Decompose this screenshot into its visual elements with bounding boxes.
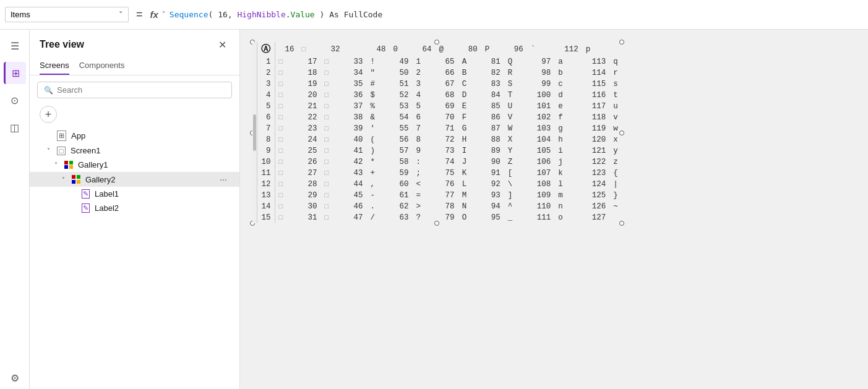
- table-cell-char: /: [367, 212, 390, 223]
- tree-item-label1[interactable]: ✎ Label1: [30, 187, 239, 201]
- table-cell-char: !: [367, 56, 390, 67]
- table-cell-num: 52: [390, 90, 413, 101]
- table-cell-char: L: [458, 179, 481, 190]
- table-cell-check: □: [275, 145, 298, 156]
- table-cell-num: 49: [390, 56, 413, 67]
- table-row: Ⓐ16□32 48064@80P96`112p: [257, 42, 622, 56]
- chevron-down-icon: ˅: [119, 10, 123, 19]
- tree-item-gallery1[interactable]: ˅ Gallery1: [30, 158, 239, 172]
- table-cell-num: 73: [436, 145, 458, 156]
- tree-item-screen1[interactable]: ˅ □ Screen1: [30, 143, 239, 158]
- table-cell-num: 15: [257, 212, 275, 223]
- table-cell-num: 89: [481, 145, 504, 156]
- table-cell-num: 26: [298, 156, 321, 168]
- items-dropdown[interactable]: Items ˅: [5, 7, 129, 22]
- fx-label: fx: [150, 9, 158, 20]
- tree-item-app[interactable]: ⊞ App: [30, 128, 239, 143]
- content-area: Ⓐ16□32 48064@80P96`112p1□17□33!49165A81Q…: [240, 30, 868, 389]
- table-cell-num: 21: [298, 101, 321, 112]
- table-cell-num: 77: [436, 190, 458, 201]
- table-row: 14□30□46.62>78N94^110n126~: [257, 201, 622, 212]
- table-cell-char: n: [554, 201, 582, 212]
- more-icon[interactable]: ···: [217, 174, 230, 184]
- database-button[interactable]: ⊙: [4, 89, 26, 111]
- screen1-label: Screen1: [71, 146, 100, 155]
- table-cell-num: 82: [481, 67, 504, 79]
- table-cell-num: 67: [436, 79, 458, 90]
- table-cell-char: @: [436, 42, 458, 56]
- table-cell-check: □: [275, 56, 298, 67]
- fx-button[interactable]: fx ˅: [150, 9, 165, 20]
- settings-button[interactable]: ⚙: [4, 367, 26, 389]
- table-cell-num: 109: [527, 190, 555, 201]
- close-button[interactable]: ✕: [215, 37, 230, 52]
- table-cell-check: □: [275, 112, 298, 123]
- table-row: 9□25□41)57973I89Y105i121y: [257, 145, 622, 156]
- table-cell-char: ": [367, 67, 390, 79]
- table-cell-char: s: [609, 79, 622, 90]
- table-cell-num: 117: [582, 101, 610, 112]
- component-button[interactable]: ◫: [4, 116, 26, 139]
- tree-tabs: Screens Components: [30, 57, 239, 75]
- table-row: 1□17□33!49165A81Q97a113q: [257, 56, 622, 67]
- table-cell-num: 22: [298, 112, 321, 123]
- table-cell-num: 32: [321, 42, 344, 56]
- table-cell-num: 7: [257, 123, 275, 134]
- tab-components[interactable]: Components: [79, 57, 125, 75]
- search-icon: 🔍: [44, 86, 53, 95]
- hamburger-menu-button[interactable]: ☰: [4, 35, 26, 57]
- table-cell-num: 47: [344, 212, 367, 223]
- table-cell-char: P: [481, 42, 504, 56]
- chevron-icon-gallery2: ˅: [62, 176, 69, 183]
- table-cell-char: #: [367, 79, 390, 90]
- table-cell-char: >: [413, 201, 436, 212]
- tab-screens[interactable]: Screens: [40, 57, 69, 75]
- table-cell-num: 5: [257, 101, 275, 112]
- screen-icon: □: [57, 147, 66, 155]
- scroll-bar-left[interactable]: [252, 42, 257, 223]
- table-cell-char: &: [367, 112, 390, 123]
- table-cell-char: 6: [413, 112, 436, 123]
- layers-button[interactable]: ⊞: [4, 62, 26, 84]
- table-cell-char: ': [367, 123, 390, 134]
- table-cell-num: 116: [582, 90, 610, 101]
- table-cell-num: 76: [436, 179, 458, 190]
- add-button[interactable]: +: [40, 106, 57, 123]
- table-cell-char: □: [321, 67, 344, 79]
- label2-icon: ✎: [82, 203, 90, 213]
- table-row: 15□31□47/63?79O95_111o127: [257, 212, 622, 223]
- tree-item-label2[interactable]: ✎ Label2: [30, 201, 239, 215]
- table-cell-char: □: [321, 90, 344, 101]
- table-cell-num: 80: [458, 42, 481, 56]
- table-cell-char: %: [367, 101, 390, 112]
- table-row: 7□23□39'55771G87W103g119w: [257, 123, 622, 134]
- table-cell-char: d: [554, 90, 582, 101]
- gallery1-label: Gallery1: [78, 160, 108, 169]
- table-row: 6□22□38&54670F86V102f118v: [257, 112, 622, 123]
- tree-item-gallery2[interactable]: ˅ Gallery2 ···: [30, 172, 239, 187]
- table-cell-num: 54: [390, 112, 413, 123]
- ascii-table: Ⓐ16□32 48064@80P96`112p1□17□33!49165A81Q…: [257, 42, 622, 223]
- table-cell-num: 92: [481, 179, 504, 190]
- table-cell-char: F: [458, 112, 481, 123]
- table-cell-check: □: [275, 168, 298, 179]
- table-cell-num: 121: [582, 145, 610, 156]
- table-cell-num: 34: [344, 67, 367, 79]
- table-cell-num: 42: [344, 156, 367, 168]
- table-cell-check: □: [275, 190, 298, 201]
- table-cell-char: b: [554, 67, 582, 79]
- table-cell-char: 9: [413, 145, 436, 156]
- table-cell-num: 123: [582, 168, 610, 179]
- icon-rail: ☰ ⊞ ⊙ ◫ ⚙: [0, 30, 30, 389]
- table-cell-num: 104: [527, 134, 555, 145]
- table-cell-num: 12: [257, 179, 275, 190]
- table-cell-num: 38: [344, 112, 367, 123]
- search-input[interactable]: [57, 85, 225, 95]
- table-cell-num: 13: [257, 190, 275, 201]
- gallery2-label: Gallery2: [85, 175, 115, 184]
- table-cell-num: 85: [481, 101, 504, 112]
- table-cell-num: 97: [527, 56, 555, 67]
- formula-bar[interactable]: Sequence( 16, HighNibble.Value ) As Full…: [170, 10, 863, 19]
- gallery-widget[interactable]: Ⓐ16□32 48064@80P96`112p1□17□33!49165A81Q…: [252, 42, 622, 223]
- table-cell-char: ): [367, 145, 390, 156]
